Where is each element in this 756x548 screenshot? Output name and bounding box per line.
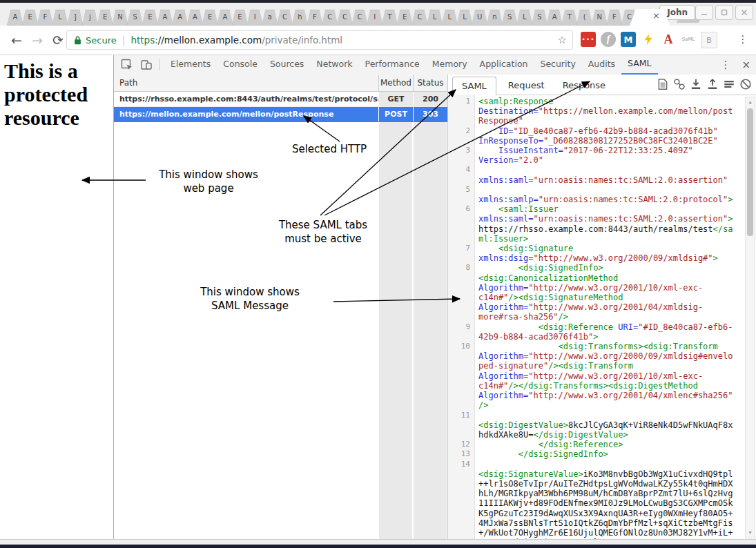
column-header-status[interactable]: Status	[413, 75, 447, 91]
tab-console[interactable]: Console	[217, 55, 264, 75]
line-number	[448, 283, 477, 293]
network-requests-pane: Path Method Status https://rhsso.example…	[114, 75, 447, 540]
browser-tab[interactable]: E	[396, 10, 413, 26]
column-header-path[interactable]: Path	[114, 78, 378, 88]
minimize-button[interactable]	[695, 5, 713, 20]
fedora-icon[interactable]: f	[601, 32, 616, 47]
address-bar[interactable]: Secure | https://mellon.example.com/priv…	[66, 30, 573, 50]
browser-tab[interactable]: U	[472, 10, 488, 26]
line-number	[448, 293, 477, 302]
browser-tab[interactable]: E	[142, 10, 158, 26]
column-header-method[interactable]: Method	[378, 75, 413, 91]
browser-tab[interactable]: A	[7, 10, 23, 26]
saml-extension-icon[interactable]: SaML	[681, 32, 696, 47]
lightning-icon[interactable]	[641, 32, 656, 47]
browser-tab[interactable]: L	[516, 10, 533, 26]
password-manager-icon[interactable]: •••	[581, 32, 596, 47]
forward-button[interactable]: →	[28, 30, 47, 50]
browser-tab[interactable]: T	[561, 10, 578, 26]
close-window-button[interactable]	[735, 5, 753, 20]
link-icon[interactable]	[673, 78, 686, 90]
browser-tab[interactable]: A	[546, 10, 563, 26]
browser-tab[interactable]: F	[606, 10, 623, 26]
browser-tab[interactable]: F	[307, 10, 323, 26]
scroll-down-icon[interactable]: ▼	[746, 530, 755, 536]
tab-application[interactable]: Application	[474, 55, 534, 75]
maximize-button[interactable]	[715, 5, 733, 20]
browser-tab[interactable]: E	[232, 10, 249, 26]
scrollbar-thumb[interactable]	[747, 108, 753, 236]
inspect-element-icon[interactable]	[121, 59, 133, 71]
tab-security[interactable]: Security	[534, 55, 581, 75]
network-request-row[interactable]: https://rhsso.example.com:8443/auth/real…	[114, 92, 447, 107]
browser-tab[interactable]: L	[52, 10, 68, 26]
close-tab-icon[interactable]: ×	[652, 10, 660, 21]
tab-elements[interactable]: Elements	[164, 55, 217, 75]
browser-tab[interactable]: (	[576, 10, 593, 26]
list-icon[interactable]	[723, 78, 735, 90]
browser-tab[interactable]: N	[591, 10, 608, 26]
tab-memory[interactable]: Memory	[426, 55, 474, 75]
network-request-row[interactable]: https://mellon.example.com/mellon/postRe…	[114, 107, 447, 122]
document-icon[interactable]	[657, 78, 669, 90]
tab-network[interactable]: Network	[310, 55, 358, 75]
devtools-more-icon[interactable]: ⋮	[720, 59, 730, 71]
tab-saml[interactable]: SAML	[621, 55, 657, 75]
browser-tab[interactable]: L	[456, 10, 473, 26]
browser-tab[interactable]: F	[37, 10, 53, 26]
browser-tab[interactable]: C	[322, 10, 338, 26]
browser-tab[interactable]: S	[127, 10, 144, 26]
browser-tab[interactable]: E	[97, 10, 113, 26]
browser-tab[interactable]: L	[427, 10, 443, 26]
browser-tab[interactable]: C	[351, 10, 368, 26]
browser-tab[interactable]: L	[441, 10, 458, 26]
browser-tab[interactable]: C	[411, 10, 428, 26]
devtools-close-icon[interactable]: ×	[742, 59, 750, 71]
reload-button[interactable]: ⟳	[48, 30, 68, 50]
browser-tab[interactable]: I	[246, 10, 263, 26]
browser-tab[interactable]: n	[486, 10, 503, 26]
browser-tab[interactable]: E	[22, 10, 39, 26]
xml-line: 14	[448, 460, 744, 469]
saml-subtab-saml[interactable]: SAML	[452, 77, 496, 95]
browser-tab[interactable]: A	[217, 10, 233, 26]
browser-tab[interactable]: C	[336, 10, 353, 26]
b-extension-icon[interactable]: B	[701, 32, 717, 48]
browser-menu-icon[interactable]: ⋮	[735, 32, 750, 47]
tab-sources[interactable]: Sources	[264, 55, 310, 75]
block-icon[interactable]	[739, 78, 752, 90]
saml-subtab-response[interactable]: Response	[554, 77, 614, 95]
code-text: Algorithm="http://www.w3.org/2001/04/xml…	[477, 391, 744, 400]
tab-performance[interactable]: Performance	[359, 55, 426, 75]
download-icon[interactable]	[690, 78, 702, 90]
browser-tab[interactable]: ]	[67, 10, 84, 26]
a-extension-icon[interactable]: A	[661, 32, 676, 47]
browser-tab[interactable]: S	[501, 10, 518, 26]
back-button[interactable]: ←	[7, 30, 26, 50]
vertical-scrollbar[interactable]: ▲ ▼	[745, 97, 755, 538]
browser-tab[interactable]: A	[172, 10, 188, 26]
browser-tab[interactable]: A	[186, 10, 203, 26]
browser-tab[interactable]: C	[277, 10, 293, 26]
m-extension-icon[interactable]: M	[621, 32, 636, 47]
device-toolbar-icon[interactable]	[140, 59, 153, 71]
browser-tab[interactable]: E	[202, 10, 218, 26]
xml-line: 6 <saml:Issuer	[448, 204, 744, 214]
upload-icon[interactable]	[706, 78, 719, 90]
method-column-stripe	[378, 121, 413, 540]
browser-tab[interactable]: h	[291, 10, 308, 26]
browser-tab[interactable]: j	[82, 10, 99, 26]
browser-tab[interactable]: a	[262, 10, 278, 26]
saml-subtab-request[interactable]: Request	[499, 77, 554, 95]
scroll-up-icon[interactable]: ▲	[746, 99, 755, 105]
tab-audits[interactable]: Audits	[582, 55, 621, 75]
xml-code: 1<samlp:ResponseDestination="https://mel…	[448, 97, 744, 540]
active-browser-tab[interactable]: ×	[630, 9, 670, 26]
line-number	[448, 498, 477, 508]
browser-tab[interactable]: T	[382, 10, 398, 26]
bookmark-star-icon[interactable]: ☆	[558, 34, 567, 46]
browser-tab[interactable]: I	[367, 10, 383, 26]
browser-tab[interactable]: A	[157, 10, 173, 26]
browser-tab[interactable]: N	[112, 10, 128, 26]
browser-tab[interactable]: S	[532, 10, 548, 26]
